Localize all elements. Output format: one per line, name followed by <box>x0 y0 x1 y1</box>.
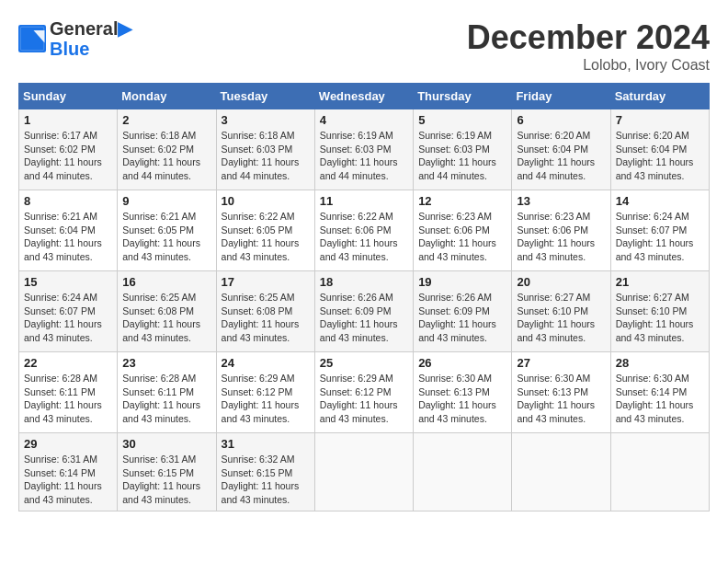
day-info: Sunrise: 6:23 AMSunset: 6:06 PMDaylight:… <box>418 210 506 264</box>
day-info: Sunrise: 6:26 AMSunset: 6:09 PMDaylight:… <box>320 291 408 345</box>
day-info: Sunrise: 6:19 AMSunset: 6:03 PMDaylight:… <box>320 129 408 183</box>
day-number: 22 <box>24 356 112 370</box>
calendar-cell: 24 Sunrise: 6:29 AMSunset: 6:12 PMDaylig… <box>216 352 314 433</box>
column-header-saturday: Saturday <box>610 84 709 109</box>
calendar-cell <box>610 433 709 511</box>
calendar-cell: 5 Sunrise: 6:19 AMSunset: 6:03 PMDayligh… <box>414 109 512 190</box>
day-number: 29 <box>24 437 112 451</box>
day-number: 1 <box>24 113 112 127</box>
day-info: Sunrise: 6:31 AMSunset: 6:15 PMDaylight:… <box>122 453 210 507</box>
day-info: Sunrise: 6:21 AMSunset: 6:04 PMDaylight:… <box>24 210 112 264</box>
day-number: 2 <box>122 113 210 127</box>
calendar-cell: 29 Sunrise: 6:31 AMSunset: 6:14 PMDaylig… <box>19 433 118 511</box>
calendar-cell: 12 Sunrise: 6:23 AMSunset: 6:06 PMDaylig… <box>414 190 512 271</box>
location-subtitle: Lolobo, Ivory Coast <box>467 57 710 74</box>
column-header-wednesday: Wednesday <box>314 84 413 109</box>
calendar-cell: 27 Sunrise: 6:30 AMSunset: 6:13 PMDaylig… <box>512 352 610 433</box>
day-info: Sunrise: 6:32 AMSunset: 6:15 PMDaylight:… <box>222 453 310 507</box>
title-block: December 2024 Lolobo, Ivory Coast <box>467 18 710 74</box>
calendar-cell: 2 Sunrise: 6:18 AMSunset: 6:02 PMDayligh… <box>118 109 216 190</box>
calendar-cell: 11 Sunrise: 6:22 AMSunset: 6:06 PMDaylig… <box>314 190 413 271</box>
month-title: December 2024 <box>467 18 710 57</box>
day-number: 3 <box>222 113 310 127</box>
calendar-week-row: 29 Sunrise: 6:31 AMSunset: 6:14 PMDaylig… <box>19 433 710 511</box>
calendar-cell: 13 Sunrise: 6:23 AMSunset: 6:06 PMDaylig… <box>512 190 610 271</box>
day-number: 21 <box>616 275 704 289</box>
day-info: Sunrise: 6:27 AMSunset: 6:10 PMDaylight:… <box>517 291 605 345</box>
day-number: 24 <box>222 356 310 370</box>
day-info: Sunrise: 6:21 AMSunset: 6:05 PMDaylight:… <box>122 210 210 264</box>
day-info: Sunrise: 6:22 AMSunset: 6:05 PMDaylight:… <box>222 210 310 264</box>
logo: General▶ Blue <box>18 18 131 59</box>
page-header: General▶ Blue December 2024 Lolobo, Ivor… <box>18 18 710 74</box>
day-info: Sunrise: 6:28 AMSunset: 6:11 PMDaylight:… <box>122 372 210 426</box>
column-header-thursday: Thursday <box>414 84 512 109</box>
day-number: 5 <box>418 113 506 127</box>
calendar-cell: 23 Sunrise: 6:28 AMSunset: 6:11 PMDaylig… <box>118 352 216 433</box>
calendar-cell <box>512 433 610 511</box>
day-number: 12 <box>418 194 506 208</box>
day-info: Sunrise: 6:29 AMSunset: 6:12 PMDaylight:… <box>320 372 408 426</box>
calendar-cell: 30 Sunrise: 6:31 AMSunset: 6:15 PMDaylig… <box>118 433 216 511</box>
day-number: 15 <box>24 275 112 289</box>
day-info: Sunrise: 6:30 AMSunset: 6:13 PMDaylight:… <box>418 372 506 426</box>
day-info: Sunrise: 6:30 AMSunset: 6:14 PMDaylight:… <box>616 372 704 426</box>
day-number: 27 <box>517 356 605 370</box>
day-info: Sunrise: 6:23 AMSunset: 6:06 PMDaylight:… <box>517 210 605 264</box>
day-info: Sunrise: 6:25 AMSunset: 6:08 PMDaylight:… <box>122 291 210 345</box>
day-number: 16 <box>122 275 210 289</box>
day-info: Sunrise: 6:25 AMSunset: 6:08 PMDaylight:… <box>222 291 310 345</box>
day-info: Sunrise: 6:19 AMSunset: 6:03 PMDaylight:… <box>418 129 506 183</box>
calendar-cell: 18 Sunrise: 6:26 AMSunset: 6:09 PMDaylig… <box>314 271 413 352</box>
day-number: 10 <box>222 194 310 208</box>
day-info: Sunrise: 6:26 AMSunset: 6:09 PMDaylight:… <box>418 291 506 345</box>
calendar-cell: 16 Sunrise: 6:25 AMSunset: 6:08 PMDaylig… <box>118 271 216 352</box>
calendar-cell <box>314 433 413 511</box>
day-info: Sunrise: 6:27 AMSunset: 6:10 PMDaylight:… <box>616 291 704 345</box>
day-info: Sunrise: 6:20 AMSunset: 6:04 PMDaylight:… <box>616 129 704 183</box>
day-number: 26 <box>418 356 506 370</box>
day-info: Sunrise: 6:18 AMSunset: 6:03 PMDaylight:… <box>222 129 310 183</box>
column-header-sunday: Sunday <box>19 84 118 109</box>
day-number: 31 <box>222 437 310 451</box>
day-number: 4 <box>320 113 408 127</box>
day-number: 28 <box>616 356 704 370</box>
calendar-cell: 8 Sunrise: 6:21 AMSunset: 6:04 PMDayligh… <box>19 190 118 271</box>
calendar-cell: 31 Sunrise: 6:32 AMSunset: 6:15 PMDaylig… <box>216 433 314 511</box>
day-info: Sunrise: 6:24 AMSunset: 6:07 PMDaylight:… <box>24 291 112 345</box>
calendar-cell: 6 Sunrise: 6:20 AMSunset: 6:04 PMDayligh… <box>512 109 610 190</box>
calendar-cell: 19 Sunrise: 6:26 AMSunset: 6:09 PMDaylig… <box>414 271 512 352</box>
calendar-cell: 9 Sunrise: 6:21 AMSunset: 6:05 PMDayligh… <box>118 190 216 271</box>
day-number: 13 <box>517 194 605 208</box>
calendar-cell: 22 Sunrise: 6:28 AMSunset: 6:11 PMDaylig… <box>19 352 118 433</box>
day-info: Sunrise: 6:22 AMSunset: 6:06 PMDaylight:… <box>320 210 408 264</box>
calendar-table: SundayMondayTuesdayWednesdayThursdayFrid… <box>18 83 710 511</box>
calendar-cell: 26 Sunrise: 6:30 AMSunset: 6:13 PMDaylig… <box>414 352 512 433</box>
day-number: 17 <box>222 275 310 289</box>
calendar-cell: 25 Sunrise: 6:29 AMSunset: 6:12 PMDaylig… <box>314 352 413 433</box>
calendar-cell: 15 Sunrise: 6:24 AMSunset: 6:07 PMDaylig… <box>19 271 118 352</box>
day-number: 11 <box>320 194 408 208</box>
day-number: 23 <box>122 356 210 370</box>
calendar-week-row: 1 Sunrise: 6:17 AMSunset: 6:02 PMDayligh… <box>19 109 710 190</box>
calendar-cell: 17 Sunrise: 6:25 AMSunset: 6:08 PMDaylig… <box>216 271 314 352</box>
calendar-week-row: 15 Sunrise: 6:24 AMSunset: 6:07 PMDaylig… <box>19 271 710 352</box>
day-info: Sunrise: 6:24 AMSunset: 6:07 PMDaylight:… <box>616 210 704 264</box>
day-info: Sunrise: 6:29 AMSunset: 6:12 PMDaylight:… <box>222 372 310 426</box>
day-number: 8 <box>24 194 112 208</box>
day-number: 19 <box>418 275 506 289</box>
day-number: 30 <box>122 437 210 451</box>
calendar-cell: 1 Sunrise: 6:17 AMSunset: 6:02 PMDayligh… <box>19 109 118 190</box>
day-number: 18 <box>320 275 408 289</box>
day-info: Sunrise: 6:18 AMSunset: 6:02 PMDaylight:… <box>122 129 210 183</box>
calendar-cell: 4 Sunrise: 6:19 AMSunset: 6:03 PMDayligh… <box>314 109 413 190</box>
day-number: 25 <box>320 356 408 370</box>
calendar-cell: 20 Sunrise: 6:27 AMSunset: 6:10 PMDaylig… <box>512 271 610 352</box>
column-header-tuesday: Tuesday <box>216 84 314 109</box>
column-header-friday: Friday <box>512 84 610 109</box>
calendar-week-row: 22 Sunrise: 6:28 AMSunset: 6:11 PMDaylig… <box>19 352 710 433</box>
logo-text: General▶ Blue <box>50 18 131 59</box>
day-info: Sunrise: 6:20 AMSunset: 6:04 PMDaylight:… <box>517 129 605 183</box>
column-header-monday: Monday <box>118 84 216 109</box>
day-number: 14 <box>616 194 704 208</box>
